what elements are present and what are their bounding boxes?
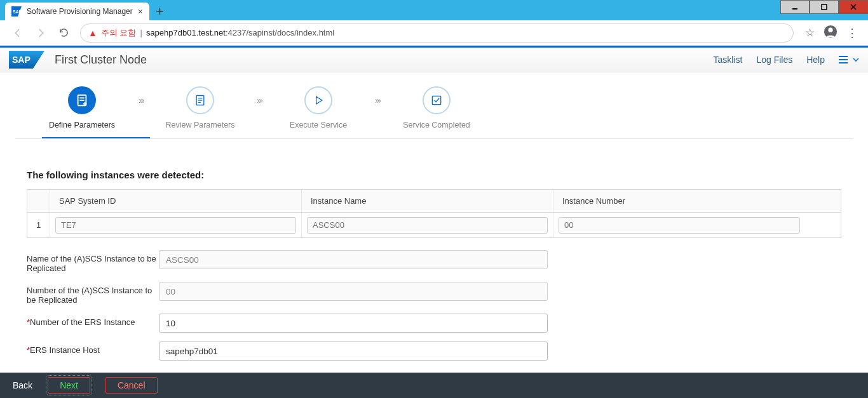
cell-instname[interactable] <box>307 217 548 234</box>
label-ers-num: *Number of the ERS Instance <box>27 314 159 327</box>
svg-text:SAP: SAP <box>13 10 22 14</box>
step-chevron-icon: ››› <box>257 95 262 121</box>
reload-icon[interactable] <box>57 27 70 39</box>
window-maximize-button[interactable] <box>810 0 839 14</box>
sap-logo: SAP <box>9 51 44 69</box>
svg-point-7 <box>828 28 832 32</box>
row-index: 1 <box>27 213 50 237</box>
input-ascs-num[interactable] <box>159 282 548 301</box>
new-tab-button[interactable]: + <box>149 3 170 20</box>
step-chevron-icon: ››› <box>375 95 380 121</box>
browser-tab[interactable]: SAP Software Provisioning Manager × <box>5 3 149 20</box>
window-close-button[interactable] <box>839 0 868 14</box>
help-link[interactable]: Help <box>806 55 825 65</box>
kebab-menu-icon[interactable]: ⋮ <box>846 26 858 40</box>
instances-table: SAP System ID Instance Name Instance Num… <box>27 189 841 238</box>
forward-icon[interactable] <box>34 27 47 39</box>
sap-header: SAP First Cluster Node Tasklist Log File… <box>0 48 868 72</box>
label-ers-host: *ERS Instance Host <box>27 342 159 355</box>
form-area: Name of the (A)SCS Instance to be Replic… <box>27 246 841 365</box>
page-title: First Cluster Node <box>55 53 713 67</box>
browser-titlebar: SAP Software Provisioning Manager × + <box>0 0 868 20</box>
col-header-index <box>27 190 50 212</box>
address-bar[interactable]: ▲ 주의 요함 | sapehp7db01.test.net:4237/sapi… <box>80 23 794 43</box>
step-service-completed[interactable]: Service Completed <box>389 86 484 129</box>
profile-icon[interactable] <box>824 25 837 41</box>
step-execute-service[interactable]: Execute Service <box>271 86 366 129</box>
bookmark-star-icon[interactable]: ☆ <box>805 26 815 39</box>
input-ascs-name[interactable] <box>159 250 548 269</box>
col-header-sysid: SAP System ID <box>50 190 302 212</box>
back-button[interactable]: Back <box>13 380 32 390</box>
svg-text:SAP: SAP <box>12 55 31 65</box>
svg-marker-22 <box>316 96 322 104</box>
header-menu-icon[interactable] <box>839 55 859 64</box>
cancel-button[interactable]: Cancel <box>105 377 158 394</box>
tab-title: Software Provisioning Manager <box>27 7 133 16</box>
tasklist-link[interactable]: Tasklist <box>713 55 742 65</box>
step-chevron-icon: ››› <box>139 95 144 121</box>
col-header-instnum: Instance Number <box>553 190 805 212</box>
sap-favicon: SAP <box>11 6 22 17</box>
window-minimize-button[interactable] <box>780 0 810 14</box>
warning-label: 주의 요함 <box>101 27 137 39</box>
svg-rect-23 <box>432 96 440 104</box>
next-button[interactable]: Next <box>48 377 90 394</box>
input-ers-host[interactable] <box>159 342 548 361</box>
logfiles-link[interactable]: Log Files <box>756 55 792 65</box>
section-title: The following instances were detected: <box>27 169 853 180</box>
browser-toolbar: ▲ 주의 요함 | sapehp7db01.test.net:4237/sapi… <box>0 20 868 46</box>
tab-close-icon[interactable]: × <box>138 6 143 17</box>
address-separator: | <box>140 28 142 37</box>
col-header-instname: Instance Name <box>302 190 553 212</box>
input-ers-num[interactable] <box>159 314 548 333</box>
label-ascs-num: Number of the (A)SCS Instance to be Repl… <box>27 282 159 305</box>
back-icon[interactable] <box>11 27 24 39</box>
address-url: sapehp7db01.test.net:4237/sapinst/docs/i… <box>146 28 334 37</box>
cell-instnum[interactable] <box>559 217 800 234</box>
footer-bar: Back Next Cancel <box>0 373 868 398</box>
cell-sysid[interactable] <box>55 217 296 234</box>
svg-rect-3 <box>822 4 827 10</box>
wizard-steps: Define Parameters ››› Review Parameters … <box>15 72 853 137</box>
step-define-parameters[interactable]: Define Parameters <box>34 86 130 129</box>
table-row: 1 <box>27 213 841 238</box>
warning-triangle-icon: ▲ <box>88 28 97 38</box>
label-ascs-name: Name of the (A)SCS Instance to be Replic… <box>27 250 159 273</box>
step-review-parameters[interactable]: Review Parameters <box>153 86 248 129</box>
